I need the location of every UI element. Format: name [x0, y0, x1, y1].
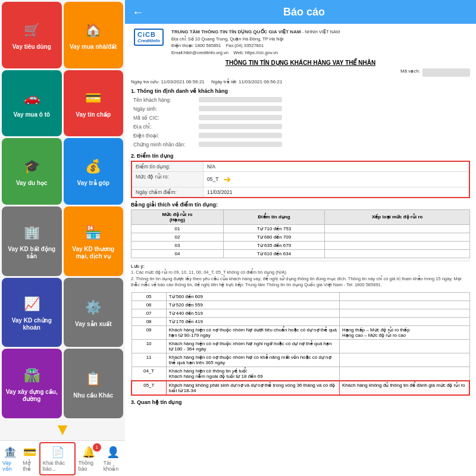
loan-icon-vay-tin-chap: 💳 [83, 87, 104, 109]
s1-label-3: Địa chỉ: [131, 123, 196, 131]
range-hang-3: 04 [131, 249, 224, 258]
extended-row-5: 10 Khách hàng hiện có nợ thuộc nhóm Nợ n… [131, 339, 469, 353]
loan-icon-vay-mua-oto: 🚗 [21, 87, 42, 109]
nav-item-vay-von[interactable]: 🏦 Vay vốn [0, 443, 20, 474]
ext-hang-2: 07 [131, 309, 166, 317]
loan-item-vay-tra-gop[interactable]: 💰 Vay trả góp [64, 138, 124, 205]
cicb-logo-box: CiCB CreditInfo [134, 29, 164, 46]
cicb-sub-name: - NHNH VIỆT NAM [302, 29, 340, 35]
score-row-0: Điểm tín dụng: N/A [132, 162, 469, 172]
extended-row-2: 07 Từ 440 đến 519 [131, 309, 469, 317]
notes-title: Lưu ý: [131, 264, 145, 269]
tra-cuu-label: Ngày tra cứu: [131, 79, 159, 84]
extended-table: 05 Từ 560 đến 609 06 Từ 520 đến 559 07 T… [131, 292, 470, 396]
range-table-title: Bảng giải thích về điểm tín dụng: [131, 202, 470, 208]
loan-label-vay-du-hoc: Vay du học [16, 180, 48, 187]
loan-label-vay-kd-thuong-mai: Vay KD thương mại, dịch vụ [66, 246, 121, 260]
score-value-0: N/A [203, 162, 219, 171]
extended-row-8: 05_T Khách hàng không phát sinh dư nợ và… [131, 381, 469, 395]
ext-diem-0: Từ 560 đến 609 [166, 292, 339, 300]
ext-xeploai-2 [340, 309, 469, 317]
range-diem-0: Từ 710 đến 753 [223, 224, 325, 233]
ext-diem-7: Khách hàng hiện có thông tin về tuổiKhác… [166, 367, 339, 381]
right-panel: ← Báo cáo CiCB CreditInfo TRUNG TÂM THÔN… [125, 0, 476, 476]
ext-xeploai-1 [340, 300, 469, 309]
range-diem-3: Từ 610 đến 634 [223, 249, 325, 258]
loan-item-vay-tin-chap[interactable]: 💳 Vay tín chấp [64, 70, 124, 137]
nav-item-mo-the[interactable]: 💳 Mở thẻ [20, 443, 39, 474]
section1-row-5: Chứng minh nhân dân: [131, 140, 470, 149]
s1-label-5: Chứng minh nhân dân: [131, 140, 196, 149]
loan-item-vay-kd-thuong-mai[interactable]: 🏪 Vay KD thương mại, dịch vụ [64, 206, 124, 276]
ext-xeploai-4: Hạng thấp – Mức độ rủi ro thấpHạng cao –… [340, 325, 469, 339]
nav-icon-tai-khoan: 👤 [107, 446, 120, 459]
barcode-label: Mã vạch: [400, 68, 420, 77]
s1-label-1: Ngày sinh: [131, 105, 196, 114]
loan-icon-vay-san-xuat: ⚙️ [83, 297, 104, 318]
ext-diem-6: Khách hàng hiện có nợ thuộc nhóm Nợ có k… [166, 353, 339, 367]
section1-row-1: Ngày sinh: [131, 105, 470, 114]
loan-label-vay-kd-bat-dong-san: Vay KD bất động sản [4, 246, 60, 260]
doc-title: THÔNG TIN TÍN DỤNG KHÁCH HÀNG VAY THỂ NH… [131, 60, 470, 66]
ext-xeploai-6 [340, 353, 469, 367]
barcode-box [422, 68, 470, 77]
cicb-logo-top: CiCB [137, 31, 160, 38]
ext-xeploai-5 [340, 339, 469, 353]
loan-item-vay-xay-dung[interactable]: 🛣️ Vay xây dựng cầu, đường [2, 349, 62, 418]
nav-item-tai-khoan[interactable]: 👤 Tài khoản [101, 443, 125, 474]
loan-item-nhu-cau-khac[interactable]: 📋 Nhu cầu Khác [64, 349, 124, 418]
back-button[interactable]: ← [132, 5, 144, 19]
nav-label-thong-bao: Thông báo [78, 460, 98, 472]
cicb-website: Web: https://cic.gov.vn [233, 50, 278, 55]
cicb-header: CiCB CreditInfo TRUNG TÂM THÔNG TIN TÍN … [131, 29, 470, 56]
nav-item-thong-bao[interactable]: 1 🔔 Thông báo [76, 443, 101, 474]
loan-item-vay-mua-oto[interactable]: 🚗 Vay mua ô tô [2, 70, 62, 137]
loan-icon-vay-mua-nha: 🏠 [83, 20, 104, 41]
notes-line-0: 1. Các mức độ rủi ro 09, 10, 11, 00, 04_… [131, 270, 287, 275]
score-label-0: Điểm tín dụng: [132, 162, 203, 171]
loan-label-vay-kd-chung-khoan: Vay KD chứng khoán [4, 317, 60, 331]
score-box: Điểm tín dụng: N/A Mức độ rủi ro: 05_T ➜… [131, 161, 470, 198]
loan-icon-vay-tra-gop: 💰 [83, 156, 104, 177]
tra-loi-value: 11/03/2021 06:56:21 [239, 79, 282, 84]
left-panel: 🛒 Vay tiêu dùng 🏠 Vay mua nhà/đất 🚗 Vay … [0, 0, 125, 476]
loan-item-vay-san-xuat[interactable]: ⚙️ Vay sản xuất [64, 278, 124, 347]
s1-value-5 [196, 140, 470, 149]
ext-diem-4: Khách hàng hiện có nợ thuộc nhóm Nợ dưới… [166, 325, 339, 339]
date-row: Ngày tra cứu: 11/03/2021 06:56:21 Ngày t… [131, 79, 470, 84]
loan-item-vay-mua-nha[interactable]: 🏠 Vay mua nhà/đất [64, 2, 124, 68]
nav-label-khai-thac-bao: Khai thác báo... [43, 460, 73, 472]
report-title: Báo cáo [151, 6, 457, 18]
loan-item-vay-kd-chung-khoan[interactable]: 📈 Vay KD chứng khoán [2, 278, 62, 347]
score-row-2: Ngày chấm điểm: 11/03/2021 [132, 187, 469, 197]
loan-item-vay-tieu-dung[interactable]: 🛒 Vay tiêu dùng [2, 2, 62, 68]
loan-label-vay-mua-nha: Vay mua nhà/đất [70, 43, 117, 51]
score-value-1: 05_T ➜ [203, 172, 234, 187]
extended-row-0: 05 Từ 560 đến 609 [131, 292, 469, 300]
cicb-address: Địa chỉ: Số 10 Quang Trung, Quận Hà Đông… [171, 36, 283, 42]
notes-section: Lưu ý: 1. Các mức độ rủi ro 09, 10, 11, … [131, 261, 470, 289]
range-diem-2: Từ 635 đến 679 [223, 241, 325, 249]
nav-icon-vay-von: 🏦 [4, 446, 17, 459]
ext-diem-5: Khách hàng hiện có nợ thuộc nhóm Nợ nghi… [166, 339, 339, 353]
section1-title: 1. Thông tin định danh về khách hàng [131, 88, 470, 94]
range-diem-1: Từ 680 đến 709 [223, 233, 325, 241]
s1-value-1 [196, 105, 470, 114]
loan-label-vay-san-xuat: Vay sản xuất [75, 321, 111, 328]
arrow-right-icon: ➜ [223, 174, 231, 185]
tra-loi-label: Ngày trả lời: [211, 79, 237, 84]
report-header-bar: ← Báo cáo [125, 0, 476, 24]
range-xeploai-3 [325, 249, 470, 258]
nav-item-khai-thac-bao[interactable]: 📄 Khai thác báo... [39, 442, 76, 475]
cicb-org-name: TRUNG TÂM THÔNG TIN TÍN DỤNG QUỐC GIA VI… [171, 29, 301, 35]
loan-icon-vay-xay-dung: 🛣️ [21, 365, 42, 386]
s1-label-4: Điện thoại: [131, 131, 196, 140]
s1-label-0: Tên khách hàng: [131, 96, 196, 105]
loan-item-vay-du-hoc[interactable]: 🎓 Vay du học [2, 138, 62, 205]
ext-diem-3: Từ 176 đến 419 [166, 317, 339, 325]
section1-table: Tên khách hàng:Ngày sinh:Mã số CIC:Địa c… [131, 96, 470, 149]
loan-item-vay-kd-bat-dong-san[interactable]: 🏢 Vay KD bất động sản [2, 206, 62, 276]
loan-label-vay-tin-chap: Vay tín chấp [76, 111, 111, 118]
bottom-nav: 🏦 Vay vốn 💳 Mở thẻ 📄 Khai thác báo... 1 … [0, 440, 125, 476]
nav-label-tai-khoan: Tài khoản [104, 460, 123, 472]
